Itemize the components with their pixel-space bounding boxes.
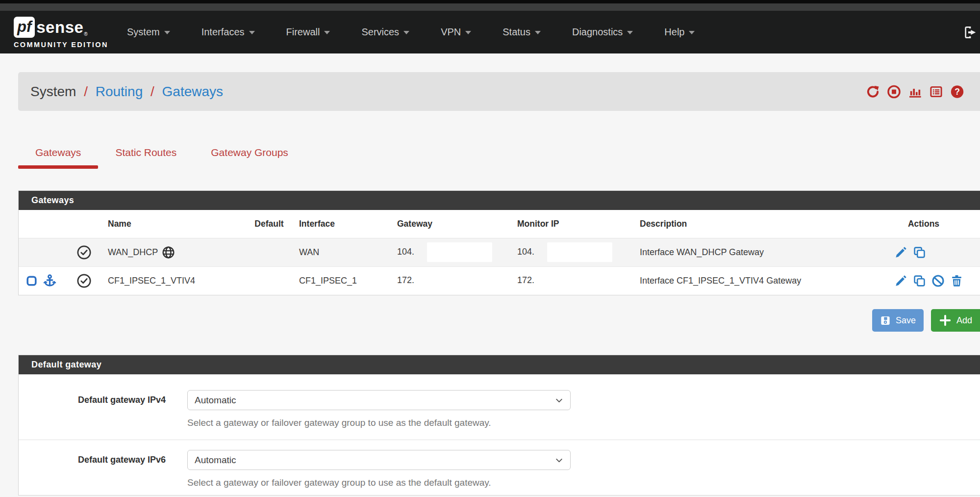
gateway-description: Interface WAN_DHCP Gateway [632, 238, 848, 266]
menu-diagnostics[interactable]: Diagnostics [572, 26, 633, 38]
col-interface: Interface [291, 210, 389, 238]
logo-sense-text: sense [36, 19, 83, 35]
breadcrumb-link-routing[interactable]: Routing [96, 84, 143, 99]
disable-icon[interactable] [931, 274, 945, 288]
main-menu: System Interfaces Firewall Services VPN … [127, 11, 695, 53]
selected-value: Automatic [195, 455, 236, 466]
log-icon[interactable] [929, 84, 943, 99]
anchor-icon [43, 274, 57, 288]
gateway-address: 104. [397, 247, 414, 257]
breadcrumb-section: System [30, 84, 76, 99]
pfsense-gateways-page: pf sense ® COMMUNITY EDITION System Inte… [0, 0, 980, 497]
check-circle-icon [76, 273, 92, 288]
default-gateway-ipv6-select[interactable]: Automatic [187, 450, 571, 470]
delete-icon[interactable] [950, 274, 963, 288]
chevron-down-icon [554, 455, 564, 466]
caret-down-icon [627, 31, 633, 34]
check-circle-icon [76, 245, 92, 260]
save-icon [880, 314, 891, 327]
row-actions [855, 246, 980, 259]
gateway-interface: CF1_IPSEC_1 [291, 266, 389, 295]
page-action-icons: ? [866, 84, 964, 99]
copy-icon[interactable] [913, 274, 926, 288]
copy-icon[interactable] [913, 246, 926, 259]
top-navbar: pf sense ® COMMUNITY EDITION System Inte… [0, 11, 980, 53]
edit-icon[interactable] [894, 246, 907, 259]
logo-subtitle: COMMUNITY EDITION [14, 41, 108, 49]
menu-system[interactable]: System [127, 26, 170, 38]
window-title-strip [0, 3, 980, 11]
table-header-row: Name Default Interface Gateway Monitor I… [19, 210, 980, 238]
add-button[interactable]: Add [931, 309, 980, 332]
caret-down-icon [324, 31, 330, 34]
menu-vpn[interactable]: VPN [441, 26, 471, 38]
form-row-ipv4: Default gateway IPv4 Automatic Select a … [19, 374, 980, 440]
sign-out-icon[interactable] [962, 25, 978, 40]
gateway-name: CF1_IPSEC_1_VTIV4 [108, 276, 195, 286]
form-row-ipv6: Default gateway IPv6 Automatic Select a … [19, 440, 980, 495]
tab-gateways[interactable]: Gateways [18, 141, 98, 169]
menu-help[interactable]: Help [664, 26, 695, 38]
col-monitor-ip: Monitor IP [509, 210, 632, 238]
col-gateway: Gateway [389, 210, 509, 238]
default-gateway-ipv4-select[interactable]: Automatic [187, 390, 571, 410]
breadcrumb-link-gateways[interactable]: Gateways [162, 84, 224, 99]
menu-services[interactable]: Services [361, 26, 409, 38]
refresh-icon[interactable] [866, 84, 880, 99]
menu-firewall[interactable]: Firewall [286, 26, 330, 38]
default-gateway-panel-title: Default gateway [19, 355, 980, 374]
col-description: Description [632, 210, 848, 238]
help-circle-icon[interactable]: ? [950, 84, 964, 99]
caret-down-icon [249, 31, 255, 34]
chart-bar-icon[interactable] [908, 84, 922, 99]
table-row: WAN_DHCP WAN 104. 104. Interface WAN_DHC… [19, 238, 980, 266]
square-icon [25, 275, 38, 287]
plus-icon [939, 314, 952, 327]
caret-down-icon [164, 31, 170, 34]
default-gateway-panel: Default gateway Default gateway IPv4 Aut… [18, 355, 980, 496]
gateway-name: WAN_DHCP [108, 247, 158, 258]
logo-pf-badge: pf [14, 17, 35, 38]
menu-interfaces[interactable]: Interfaces [201, 26, 255, 38]
menu-status[interactable]: Status [503, 26, 541, 38]
selected-value: Automatic [195, 395, 236, 406]
edit-icon[interactable] [894, 274, 907, 288]
tab-gateway-groups[interactable]: Gateway Groups [194, 141, 305, 169]
monitor-ip: 172. [517, 275, 534, 285]
row-actions [855, 274, 980, 288]
window-edge-strip [0, 0, 980, 3]
col-name: Name [100, 210, 247, 238]
logo-registered-mark: ® [84, 31, 87, 37]
default-gateway-ipv4-label: Default gateway IPv4 [19, 390, 166, 428]
gateway-interface: WAN [291, 238, 389, 266]
breadcrumb: System / Routing / Gateways [30, 84, 223, 100]
col-lead-icons [19, 210, 68, 238]
gateway-address: 172. [397, 275, 414, 285]
gateways-panel-title: Gateways [19, 191, 980, 210]
breadcrumb-bar: System / Routing / Gateways [18, 72, 980, 111]
chevron-down-icon [554, 395, 564, 406]
col-status [68, 210, 100, 238]
ipv4-help-text: Select a gateway or failover gateway gro… [187, 418, 571, 428]
caret-down-icon [689, 31, 695, 34]
caret-down-icon [403, 31, 409, 34]
gateway-default [247, 266, 291, 295]
col-default: Default [247, 210, 291, 238]
stop-circle-icon[interactable] [887, 84, 901, 99]
tab-static-routes[interactable]: Static Routes [98, 141, 194, 169]
gateways-panel: Gateways Name Default Interface Gateway … [18, 190, 980, 295]
redaction-box [547, 242, 612, 262]
gateway-default [247, 238, 291, 266]
ipv6-help-text: Select a gateway or failover gateway gro… [187, 477, 571, 488]
pfsense-logo[interactable]: pf sense ® COMMUNITY EDITION [14, 17, 108, 49]
caret-down-icon [465, 31, 471, 34]
table-row: CF1_IPSEC_1_VTIV4 CF1_IPSEC_1 172. 172. … [19, 266, 980, 295]
save-button[interactable]: Save [872, 309, 924, 332]
routing-tabs: Gateways Static Routes Gateway Groups [18, 141, 305, 169]
monitor-ip: 104. [517, 247, 534, 257]
gateway-description: Interface CF1_IPSEC_1_VTIV4 Gateway [632, 266, 848, 295]
svg-text:?: ? [955, 87, 960, 97]
col-actions: Actions [848, 210, 980, 238]
redaction-box [547, 271, 612, 290]
breadcrumb-separator: / [147, 84, 158, 99]
